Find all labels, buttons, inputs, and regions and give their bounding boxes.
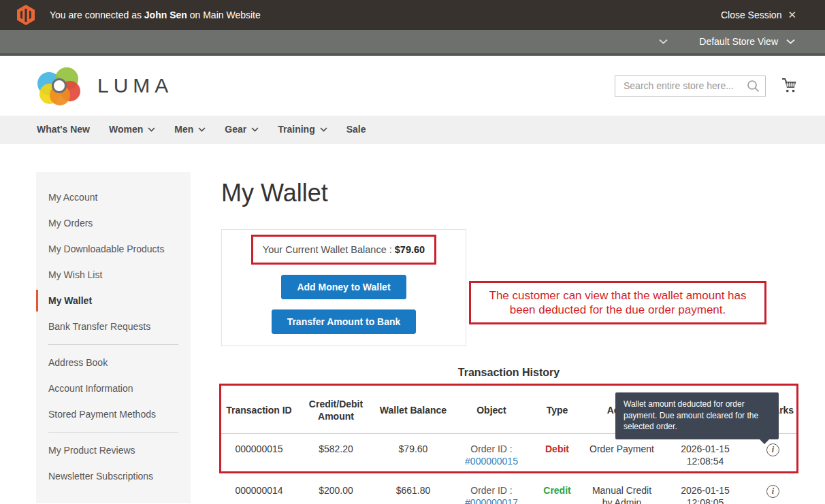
col-header-type: Type bbox=[532, 386, 583, 433]
order-id-label: Order ID : bbox=[470, 443, 512, 454]
transaction-time: 12:08:54 bbox=[687, 456, 724, 467]
cell-remarks: i bbox=[749, 433, 796, 475]
page-title: My Wallet bbox=[221, 179, 796, 207]
cell-date: 2026-01-15 12:08:05 bbox=[661, 475, 749, 504]
sidebar: My Account My Orders My Downloadable Pro… bbox=[36, 172, 191, 504]
sidebar-item-my-orders[interactable]: My Orders bbox=[36, 212, 191, 234]
transaction-table-wrap: Transaction ID Credit/Debit Amount Walle… bbox=[221, 386, 796, 504]
sidebar-item-account-information[interactable]: Account Information bbox=[36, 377, 191, 399]
site-header: LUMA bbox=[0, 56, 825, 116]
cell-remarks: i bbox=[749, 475, 796, 504]
sidebar-item-my-downloadable-products[interactable]: My Downloadable Products bbox=[36, 238, 191, 260]
type-badge-debit: Debit bbox=[545, 443, 569, 454]
cell-amount: $200.00 bbox=[297, 475, 375, 504]
remarks-tooltip-text: Wallet amount deducted for order payment… bbox=[624, 399, 758, 431]
wallet-row: Your Current Wallet Balance : $79.60 Add… bbox=[221, 229, 796, 346]
cell-action: Manual Credit by Admin bbox=[583, 475, 661, 504]
sidebar-item-my-product-reviews[interactable]: My Product Reviews bbox=[36, 439, 191, 461]
order-link[interactable]: #000000015 bbox=[465, 455, 518, 467]
sidebar-item-my-wallet[interactable]: My Wallet bbox=[36, 290, 191, 312]
store-view-label: Default Store View bbox=[699, 36, 778, 47]
col-header-transaction-id: Transaction ID bbox=[221, 386, 297, 433]
cell-type: Credit bbox=[532, 475, 583, 504]
sidebar-item-my-wish-list[interactable]: My Wish List bbox=[36, 264, 191, 286]
info-icon[interactable]: i bbox=[766, 485, 779, 498]
balance-value: $79.60 bbox=[395, 244, 425, 255]
cell-transaction-id: 000000015 bbox=[221, 433, 297, 475]
cell-action: Order Payment bbox=[583, 433, 661, 475]
sidebar-item-bank-transfer-requests[interactable]: Bank Transfer Requests bbox=[36, 316, 191, 337]
account-nav: My Account My Orders My Downloadable Pro… bbox=[36, 172, 191, 503]
order-id-label: Order ID : bbox=[470, 485, 512, 496]
remarks-tooltip: Wallet amount deducted for order payment… bbox=[615, 392, 779, 439]
sidebar-item-stored-payment-methods[interactable]: Stored Payment Methods bbox=[36, 403, 191, 425]
cell-amount: $582.20 bbox=[297, 433, 375, 475]
transaction-history-title: Transaction History bbox=[221, 367, 796, 379]
wallet-balance-card: Your Current Wallet Balance : $79.60 Add… bbox=[221, 229, 466, 346]
cart-icon bbox=[781, 78, 798, 94]
col-header-credit-debit-amount: Credit/Debit Amount bbox=[297, 386, 375, 433]
main-content: My Wallet Your Current Wallet Balance : … bbox=[221, 172, 796, 504]
magento-icon bbox=[17, 5, 35, 25]
col-header-wallet-balance: Wallet Balance bbox=[375, 386, 451, 433]
nav-label: Training bbox=[278, 116, 314, 144]
cell-wallet-balance: $79.60 bbox=[375, 433, 451, 475]
cell-date: 2026-01-15 12:08:54 bbox=[661, 433, 749, 475]
close-session-button[interactable]: Close Session ✕ bbox=[721, 9, 796, 21]
sidebar-item-newsletter-subscriptions[interactable]: Newsletter Subscriptions bbox=[36, 465, 191, 487]
cell-type: Debit bbox=[532, 433, 583, 475]
search-box bbox=[615, 75, 766, 97]
cell-transaction-id: 000000014 bbox=[221, 475, 297, 504]
close-icon: ✕ bbox=[788, 9, 796, 21]
nav-item-gear[interactable]: Gear bbox=[215, 116, 268, 144]
table-row: 000000014 $200.00 $661.80 Order ID : #00… bbox=[221, 475, 796, 504]
nav-item-whats-new[interactable]: What's New bbox=[27, 116, 99, 144]
annotation-callout: The customer can view that the wallet am… bbox=[469, 281, 766, 324]
type-badge-credit: Credit bbox=[543, 485, 570, 496]
transaction-history-section: Transaction History Transaction ID Credi… bbox=[221, 367, 796, 504]
search-input[interactable] bbox=[615, 75, 766, 97]
admin-connect-bar: You are connected as John Sen on Main We… bbox=[0, 0, 825, 30]
luma-logo-icon bbox=[37, 67, 82, 104]
wallet-balance-box: Your Current Wallet Balance : $79.60 bbox=[251, 235, 436, 265]
cell-object: Order ID : #000000015 bbox=[451, 433, 532, 475]
nav-label: Women bbox=[109, 116, 143, 144]
connected-user-name: John Sen bbox=[144, 10, 187, 20]
chevron-down-icon bbox=[320, 127, 327, 132]
cart-button[interactable] bbox=[781, 78, 798, 94]
transaction-time: 12:08:05 bbox=[687, 497, 724, 504]
chevron-down-icon bbox=[198, 127, 206, 132]
nav-item-training[interactable]: Training bbox=[268, 116, 336, 144]
table-row: 000000015 $582.20 $79.60 Order ID : #000… bbox=[221, 433, 796, 475]
order-link[interactable]: #000000017 bbox=[465, 497, 518, 504]
luma-logo[interactable]: LUMA bbox=[37, 67, 173, 104]
info-icon[interactable]: i bbox=[766, 443, 779, 456]
store-view-switcher[interactable]: Default Store View bbox=[659, 36, 795, 47]
sidebar-item-address-book[interactable]: Address Book bbox=[36, 352, 191, 373]
nav-label: Men bbox=[174, 116, 193, 144]
nav-label: Sale bbox=[346, 116, 366, 144]
luma-logo-text: LUMA bbox=[97, 74, 173, 97]
chevron-down-icon bbox=[659, 39, 668, 44]
nav-label: Gear bbox=[225, 116, 246, 144]
close-session-label: Close Session bbox=[721, 10, 782, 20]
col-header-object: Object bbox=[451, 386, 532, 433]
transaction-date: 2026-01-15 bbox=[681, 485, 730, 496]
cell-wallet-balance: $661.80 bbox=[375, 475, 451, 504]
connected-message-prefix: You are connected as bbox=[50, 10, 144, 20]
chevron-down-icon bbox=[251, 127, 259, 132]
store-view-bar: Default Store View bbox=[0, 30, 825, 56]
connected-message: You are connected as John Sen on Main We… bbox=[50, 10, 261, 20]
sidebar-item-my-account[interactable]: My Account bbox=[36, 186, 191, 208]
sidebar-divider bbox=[48, 344, 178, 345]
search-icon[interactable] bbox=[747, 80, 760, 93]
main-nav: What's New Women Men Gear Training Sale bbox=[0, 116, 825, 144]
nav-item-men[interactable]: Men bbox=[165, 116, 215, 144]
chevron-down-icon bbox=[148, 127, 155, 132]
nav-item-sale[interactable]: Sale bbox=[337, 116, 376, 144]
chevron-down-icon bbox=[786, 39, 795, 44]
nav-label: What's New bbox=[37, 116, 90, 144]
nav-item-women[interactable]: Women bbox=[99, 116, 165, 144]
transfer-amount-to-bank-button[interactable]: Transfer Amount to Bank bbox=[272, 309, 417, 334]
add-money-to-wallet-button[interactable]: Add Money to Wallet bbox=[281, 275, 406, 299]
